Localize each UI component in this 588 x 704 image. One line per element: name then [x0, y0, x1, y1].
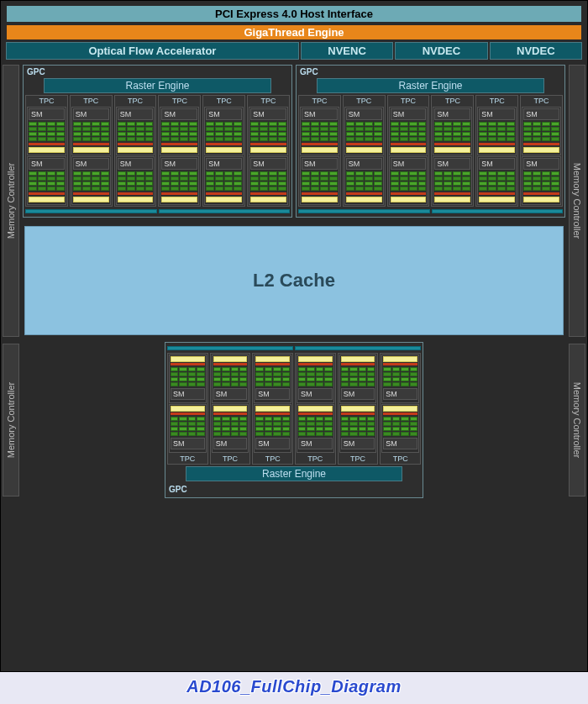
tensor-cores	[383, 356, 417, 362]
gpc-area-top: GPC Raster Engine TPC SM SM TPC SM SM TP…	[21, 61, 567, 340]
sm-block: SM	[71, 107, 111, 155]
tensor-cores	[341, 356, 375, 362]
sm-label: SM	[213, 438, 248, 449]
tpc-block: TPC SM SM	[520, 95, 563, 207]
sm-block: SM	[297, 404, 334, 453]
sm-label: SM	[523, 158, 559, 170]
sm-block: SM	[160, 156, 199, 205]
sm-label: SM	[391, 108, 427, 120]
sm-label: SM	[213, 388, 248, 400]
rt-core	[434, 143, 470, 145]
sm-label: SM	[298, 438, 333, 449]
tensor-cores	[161, 197, 197, 202]
tpc-row: TPC SM SM TPC SM SM TPC SM SM TPC SM SM	[298, 95, 563, 207]
rt-core	[118, 192, 154, 195]
cuda-cores	[29, 171, 65, 191]
diagram-title: AD106_FullChip_Diagram	[0, 672, 588, 701]
rt-core	[161, 192, 197, 195]
tensor-cores	[302, 197, 338, 202]
sm-block: SM	[389, 156, 428, 205]
sm-label: SM	[346, 108, 382, 120]
sm-label: SM	[171, 388, 205, 400]
tpc-block: TPC SM SM	[343, 95, 386, 207]
cuda-cores	[213, 367, 248, 386]
tpc-block: SM SM TPC	[167, 353, 208, 465]
gpc-label: GPC	[167, 483, 421, 496]
tensor-cores	[391, 197, 427, 202]
cuda-cores	[250, 171, 286, 191]
sm-block: SM	[169, 404, 207, 453]
raster-engine: Raster Engine	[186, 466, 402, 481]
chip-diagram: PCI Express 4.0 Host Interface GigaThrea…	[0, 0, 588, 672]
sm-label: SM	[206, 158, 242, 170]
rt-core	[302, 143, 338, 145]
rt-core	[29, 192, 65, 195]
sm-block: SM	[169, 355, 207, 403]
cuda-cores	[118, 122, 154, 141]
rt-core	[171, 412, 205, 415]
sm-label: SM	[341, 438, 375, 449]
rt-core	[383, 363, 417, 365]
nvdec-block: NVDEC	[395, 42, 487, 60]
tpc-block: SM SM TPC	[338, 353, 379, 465]
cuda-cores	[298, 367, 333, 386]
sm-block: SM	[381, 355, 419, 403]
sm-label: SM	[250, 158, 286, 170]
sm-block: SM	[381, 404, 419, 453]
sm-block: SM	[477, 156, 517, 205]
cuda-cores	[341, 417, 375, 436]
tpc-label: TPC	[521, 96, 562, 106]
cuda-cores	[171, 417, 205, 436]
tensor-cores	[298, 356, 333, 362]
rt-core	[213, 412, 248, 415]
cuda-cores	[73, 122, 109, 141]
rt-core	[479, 192, 515, 195]
sm-block: SM	[297, 355, 334, 403]
memory-controller: Memory Controller	[3, 65, 19, 337]
nvenc-block: NVENC	[301, 42, 393, 60]
tensor-cores	[250, 197, 286, 202]
tpc-block: TPC SM SM	[114, 95, 157, 207]
raster-engine: Raster Engine	[44, 78, 271, 93]
sm-block: SM	[249, 156, 288, 205]
cuda-cores	[383, 417, 417, 436]
cuda-cores	[434, 122, 470, 141]
tpc-label: TPC	[339, 454, 378, 464]
cuda-cores	[523, 122, 559, 141]
tensor-cores	[118, 197, 154, 202]
cuda-cores	[302, 171, 338, 191]
cuda-cores	[255, 417, 290, 436]
optical-flow-accelerator: Optical Flow Accelerator	[6, 42, 299, 60]
sm-label: SM	[73, 108, 109, 120]
tpc-label: TPC	[476, 96, 517, 106]
tensor-cores	[383, 406, 417, 412]
sm-label: SM	[171, 438, 205, 449]
gpc-label: GPC	[298, 67, 563, 78]
nvdec-block: NVDEC	[490, 42, 582, 60]
tensor-cores	[29, 147, 65, 153]
top-bars: PCI Express 4.0 Host Interface GigaThrea…	[1, 1, 587, 61]
tensor-cores	[171, 356, 205, 362]
sm-label: SM	[255, 438, 290, 449]
cuda-cores	[161, 122, 197, 141]
rt-core	[250, 143, 286, 145]
sm-block: SM	[522, 107, 561, 155]
cuda-cores	[213, 417, 248, 436]
tensor-cores	[523, 147, 559, 153]
tpc-label: TPC	[253, 454, 292, 464]
rt-core	[29, 143, 65, 145]
rt-core	[391, 143, 427, 145]
cuda-cores	[523, 171, 559, 191]
cuda-cores	[73, 171, 109, 191]
tpc-block: SM SM TPC	[210, 353, 251, 465]
sm-label: SM	[383, 388, 417, 400]
sm-block: SM	[212, 355, 249, 403]
tpc-label: TPC	[211, 454, 250, 464]
sm-block: SM	[477, 107, 517, 155]
cuda-cores	[391, 122, 427, 141]
rt-core	[213, 363, 248, 365]
rt-core	[255, 412, 290, 415]
sm-label: SM	[298, 388, 333, 400]
sm-label: SM	[302, 158, 338, 170]
sm-block: SM	[254, 404, 291, 453]
